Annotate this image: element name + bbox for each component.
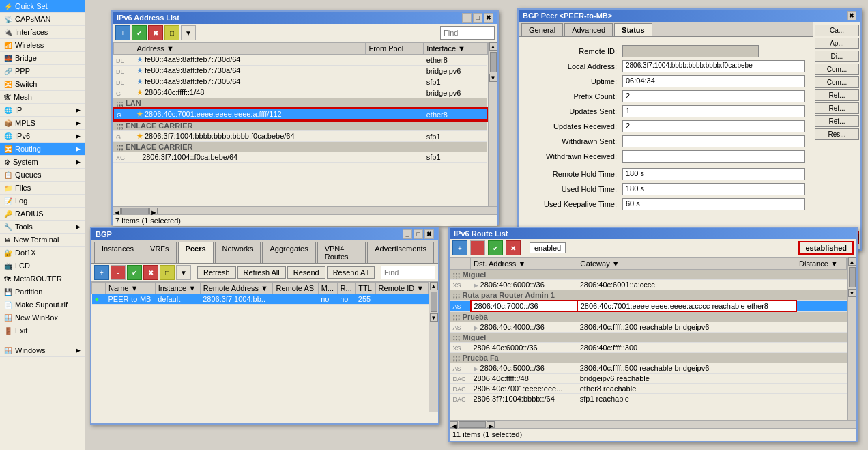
- table-row[interactable]: G ★2806:3f7:1004:bbbb:bbbb:bbbb:f0ca:beb…: [113, 131, 487, 142]
- col-address[interactable]: Address ▼: [134, 43, 366, 55]
- ipv6-route-check-btn[interactable]: ✔: [488, 240, 503, 255]
- bgp-close[interactable]: ✖: [424, 229, 434, 239]
- table-row[interactable]: DAC 2806:40c:ffff::/48 bridgeipv6 reacha…: [450, 374, 847, 384]
- bgp-peer-ref3-btn[interactable]: Ref...: [815, 115, 859, 127]
- bgp-remove-btn[interactable]: -: [111, 265, 126, 280]
- sidebar-item-quickset[interactable]: ⚡ Quick Set: [0, 0, 85, 13]
- table-row[interactable]: DL ★fe80::4aa9:8aff:feb7:730d/64 ether8: [113, 55, 487, 66]
- bgp-cross-btn[interactable]: ✖: [143, 265, 158, 280]
- sidebar-item-newwinbox[interactable]: 🪟 New WinBox: [0, 311, 85, 324]
- sidebar-item-log[interactable]: 📝 Log: [0, 195, 85, 208]
- sidebar-item-queues[interactable]: 📋 Queues: [0, 169, 85, 182]
- hscroll-thumb[interactable]: [121, 208, 149, 214]
- sidebar-item-windows[interactable]: 🪟 Windows ▶: [0, 344, 85, 357]
- tab-networks[interactable]: Networks: [215, 242, 261, 263]
- ipv6-route-table-scroll[interactable]: Dst. Address ▼ Gateway ▼ Distance ▼ ;;; …: [450, 257, 856, 420]
- ipv6-route-enabled-filter[interactable]: enabled: [530, 242, 566, 253]
- table-row[interactable]: AS ▶ 2806:40c:4000::/36 2806:40c:ffff::2…: [450, 322, 847, 333]
- bgp-peer-com2-btn[interactable]: Com...: [815, 76, 859, 88]
- sidebar-item-ip[interactable]: 🌐 IP ▶: [0, 104, 85, 117]
- col-from-pool[interactable]: From Pool: [366, 43, 424, 55]
- table-row[interactable]: DAC 2806:40c:7001:eeee:eee... ether8 rea…: [450, 384, 847, 394]
- col-name[interactable]: Name ▼: [106, 283, 156, 294]
- sidebar-item-switch[interactable]: 🔀 Switch: [0, 78, 85, 91]
- table-row-selected[interactable]: G ★2806:40c:7001:eeee:eeee:eeee:a:ffff/1…: [113, 109, 487, 120]
- tab-general[interactable]: General: [521, 23, 563, 36]
- route-hscroll-left[interactable]: ◄: [450, 421, 458, 428]
- ipv6-addr-find-input[interactable]: [440, 26, 495, 40]
- route-scroll-thumb[interactable]: [849, 267, 856, 287]
- ipv6-route-title-bar[interactable]: IPv6 Route List: [450, 228, 856, 239]
- bgp-row[interactable]: ● PEER-to-MB default 2806:3f7:1004:bb.. …: [92, 294, 429, 305]
- col-instance[interactable]: Instance ▼: [155, 283, 200, 294]
- sidebar-item-system[interactable]: ⚙ System ▶: [0, 156, 85, 169]
- bgp-title-bar[interactable]: BGP _ □ ✖: [91, 228, 438, 240]
- bgp-resend-btn[interactable]: Resend: [287, 266, 326, 279]
- bgp-peer-ap-btn[interactable]: Ap...: [815, 38, 859, 49]
- table-row[interactable]: G ★2806:40c:ffff::1/48 bridgeipv6: [113, 87, 487, 98]
- bgp-refresh-btn[interactable]: Refresh: [197, 266, 236, 279]
- sidebar-item-interfaces[interactable]: 🔌 Interfaces: [0, 26, 85, 39]
- sidebar-item-partition[interactable]: 💾 Partition: [0, 285, 85, 298]
- ipv6-addr-table-scroll[interactable]: Address ▼ From Pool Interface ▼ DL ★fe80…: [113, 42, 497, 206]
- sidebar-item-ipv6[interactable]: 🌐 IPv6 ▶: [0, 130, 85, 143]
- route-scroll-up[interactable]: ▲: [848, 257, 856, 266]
- bgp-refresh-all-btn[interactable]: Refresh All: [237, 266, 286, 279]
- tab-instances[interactable]: Instances: [94, 242, 141, 263]
- bgp-peer-ref1-btn[interactable]: Ref...: [815, 89, 859, 101]
- col-remote-id-bgp[interactable]: Remote ID ▼: [375, 283, 428, 294]
- sidebar-item-exit[interactable]: 🚪 Exit: [0, 324, 85, 337]
- table-row[interactable]: XS ▶ 2806:40c:6000::/36 2806:40c:6001::a…: [450, 280, 847, 290]
- bgp-scroll-up[interactable]: ▲: [430, 282, 438, 290]
- bgp-peer-title-bar[interactable]: BGP Peer <PEER-to-MB> ✖: [519, 10, 860, 22]
- bgp-scrollbar-v[interactable]: ▲ ▼: [429, 282, 438, 412]
- ipv6-addr-check-btn[interactable]: ✔: [132, 25, 147, 40]
- sidebar-item-mesh[interactable]: 🕸 Mesh: [0, 91, 85, 104]
- tab-vrfs[interactable]: VRFs: [143, 242, 177, 263]
- sidebar-item-capsman[interactable]: 📡 CAPsMAN: [0, 13, 85, 26]
- ipv6-route-remove-btn[interactable]: -: [470, 240, 485, 255]
- remote-id-value[interactable]: [622, 45, 759, 57]
- sidebar-item-wireless[interactable]: 📶 Wireless: [0, 39, 85, 52]
- bgp-peer-close[interactable]: ✖: [847, 11, 856, 20]
- tab-aggregates[interactable]: Aggregates: [262, 242, 315, 263]
- bgp-resend-all-btn[interactable]: Resend All: [327, 266, 375, 279]
- scroll-thumb[interactable]: [490, 52, 497, 72]
- route-hscroll-right[interactable]: ►: [487, 421, 495, 428]
- tab-advertisements[interactable]: Advertisements: [367, 242, 434, 263]
- bgp-copy-btn[interactable]: □: [160, 265, 175, 280]
- bgp-peer-ca-btn[interactable]: Ca...: [815, 25, 859, 36]
- bgp-scroll-down[interactable]: ▼: [430, 313, 438, 322]
- ipv6-route-scrollbar-h[interactable]: ◄ ►: [450, 420, 856, 428]
- route-hscroll-thumb[interactable]: [459, 421, 486, 428]
- ipv6-addr-max[interactable]: □: [473, 13, 482, 23]
- sidebar-item-files[interactable]: 📁 Files: [0, 182, 85, 195]
- table-row[interactable]: XG –2806:3f7:1004::f0ca:bebe/64 sfp1: [113, 152, 487, 163]
- bgp-peer-ref2-btn[interactable]: Ref...: [815, 102, 859, 114]
- col-distance[interactable]: Distance ▼: [796, 258, 847, 270]
- ipv6-addr-remove-btn[interactable]: ✖: [148, 25, 163, 40]
- sidebar-item-routing[interactable]: 🔀 Routing ▶: [0, 143, 85, 156]
- bgp-min[interactable]: _: [403, 229, 412, 239]
- table-row[interactable]: DAC 2806:3f7:1004:bbbb::/64 sfp1 reachab…: [450, 394, 847, 404]
- tab-peers[interactable]: Peers: [178, 242, 214, 263]
- sidebar-item-dot1x[interactable]: 🔐 Dot1X: [0, 247, 85, 259]
- ipv6-addr-scrollbar-v[interactable]: ▲ ▼: [488, 42, 497, 206]
- bgp-add-btn[interactable]: +: [94, 265, 109, 280]
- scroll-up-btn[interactable]: ▲: [489, 42, 497, 51]
- ipv6-addr-close[interactable]: ✖: [484, 13, 493, 23]
- bgp-max[interactable]: □: [414, 229, 423, 239]
- sidebar-item-mpls[interactable]: 📦 MPLS ▶: [0, 117, 85, 130]
- bgp-find-input[interactable]: [381, 266, 435, 279]
- sidebar-item-tools[interactable]: 🔧 Tools ▶: [0, 221, 85, 234]
- bgp-table-scroll[interactable]: Name ▼ Instance ▼ Remote Address ▼ Remot…: [91, 282, 438, 412]
- hscroll-left[interactable]: ◄: [113, 208, 121, 214]
- col-remote-as[interactable]: Remote AS: [273, 283, 318, 294]
- ipv6-addr-min[interactable]: _: [462, 13, 472, 23]
- tab-vpn4routes[interactable]: VPN4 Routes: [317, 242, 366, 263]
- sidebar-item-terminal[interactable]: 🖥 New Terminal: [0, 234, 85, 247]
- table-row[interactable]: DL ★fe80::4aa9:8aff:feb7:7305/64 sfp1: [113, 76, 487, 87]
- ipv6-addr-filter-btn[interactable]: ▼: [181, 25, 196, 40]
- sidebar-item-lcd[interactable]: 📺 LCD: [0, 259, 85, 272]
- table-row[interactable]: AS ▶ 2806:40c:5000::/36 2806:40c:ffff::5…: [450, 363, 847, 374]
